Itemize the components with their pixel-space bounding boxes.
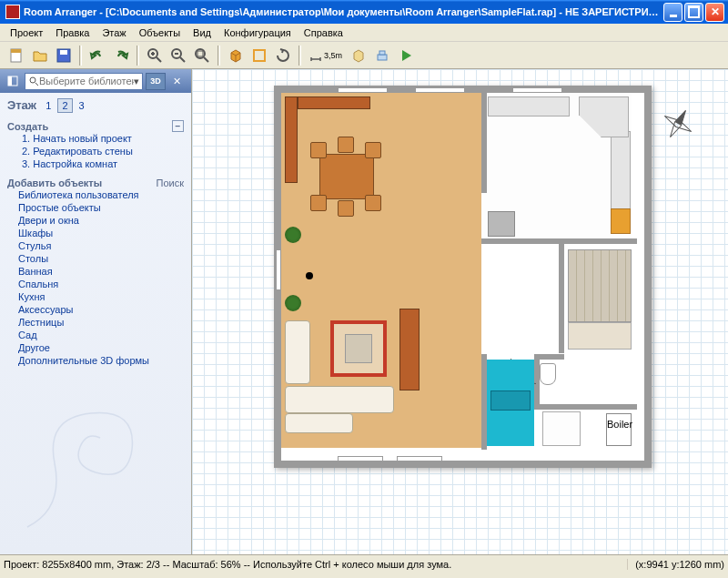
cat-doors-windows[interactable]: Двери и окна	[18, 214, 184, 227]
menu-project[interactable]: Проект	[4, 25, 49, 40]
menu-edit[interactable]: Правка	[49, 25, 96, 40]
measure-button[interactable]: 3,5m	[306, 45, 346, 66]
sofa-left[interactable]	[285, 320, 310, 384]
stairs[interactable]	[568, 249, 632, 322]
collapse-create-button[interactable]: −	[172, 120, 184, 132]
svg-rect-12	[8, 76, 12, 86]
library-input[interactable]	[39, 76, 134, 86]
sidebar-3d-toggle[interactable]: 3D	[146, 73, 166, 90]
cat-accessories[interactable]: Аксессуары	[18, 303, 184, 316]
dropdown-icon: ▾	[134, 76, 139, 87]
shower[interactable]	[542, 411, 581, 446]
cat-bathroom[interactable]: Ванная	[18, 265, 184, 278]
workspace-canvas[interactable]: Boiler	[191, 69, 728, 554]
menu-help[interactable]: Справка	[298, 25, 349, 40]
shelf-left[interactable]	[285, 96, 298, 183]
cat-kitchen[interactable]: Кухня	[18, 290, 184, 303]
walk-button[interactable]	[371, 45, 393, 66]
plant-1[interactable]	[285, 227, 301, 243]
svg-rect-9	[378, 55, 387, 60]
save-icon	[56, 47, 72, 64]
svg-rect-3	[60, 50, 67, 55]
floor-plan[interactable]: Boiler	[274, 86, 652, 468]
cat-garden[interactable]: Сад	[18, 329, 184, 341]
new-button[interactable]	[5, 45, 27, 66]
status-bar: Проект: 8255x8400 mm, Этаж: 2/3 -- Масшт…	[0, 554, 728, 573]
floor-2[interactable]: 2	[57, 98, 72, 113]
sofa-bottom[interactable]	[285, 386, 394, 413]
boiler[interactable]: Boiler	[606, 413, 632, 446]
window-top-1	[338, 87, 388, 93]
coffee-table[interactable]	[345, 334, 372, 363]
cat-3d-shapes[interactable]: Дополнительные 3D формы	[18, 354, 184, 367]
furnish-button[interactable]	[348, 45, 369, 66]
rotate-button[interactable]	[272, 45, 294, 66]
walk-icon	[374, 47, 390, 64]
decorative-swirl	[9, 381, 173, 536]
redo-icon	[113, 47, 129, 64]
maximize-button[interactable]	[684, 3, 703, 22]
chair-4[interactable]	[310, 195, 327, 211]
cat-tables[interactable]: Столы	[18, 252, 184, 265]
floor-1[interactable]: 1	[42, 99, 55, 112]
tv-unit[interactable]	[399, 309, 420, 390]
svg-point-13	[30, 77, 35, 83]
stairs-landing[interactable]	[568, 322, 632, 350]
shelf-top[interactable]	[298, 96, 370, 109]
zoom-in-button[interactable]	[144, 45, 166, 66]
menu-floor[interactable]: Этаж	[96, 25, 132, 40]
close-button[interactable]	[705, 3, 724, 22]
create-room-setup[interactable]: 3. Настройка комнат	[22, 157, 184, 170]
save-button[interactable]	[53, 45, 75, 66]
dining-table[interactable]	[319, 154, 374, 199]
zoom-out-button[interactable]	[167, 45, 189, 66]
floor-3[interactable]: 3	[76, 99, 88, 112]
menu-config[interactable]: Конфигурация	[217, 25, 298, 40]
open-icon	[32, 47, 48, 64]
cat-chairs[interactable]: Стулья	[18, 239, 184, 252]
cat-other[interactable]: Другое	[18, 341, 184, 354]
zoom-fit-button[interactable]	[191, 45, 213, 66]
cat-bedroom[interactable]: Спальня	[18, 278, 184, 290]
walls-icon	[251, 47, 268, 64]
window-title: Room Arranger - [C:\Documents and Settin…	[24, 6, 662, 17]
floor-lamp[interactable]	[306, 272, 313, 279]
kitchen-counter-top[interactable]	[488, 96, 570, 117]
panel-icon	[7, 76, 18, 86]
chair-3[interactable]	[365, 142, 381, 158]
sink[interactable]	[490, 390, 531, 411]
create-edit-walls[interactable]: 2. Редактировать стены	[22, 145, 184, 157]
undo-button[interactable]	[86, 45, 108, 66]
menu-bar: Проект Правка Этаж Объекты Вид Конфигура…	[0, 24, 728, 42]
fridge[interactable]	[488, 211, 515, 237]
menu-objects[interactable]: Объекты	[133, 25, 187, 40]
play-button[interactable]	[395, 45, 417, 66]
view-3d-button[interactable]	[225, 45, 247, 66]
sidebar-close-button[interactable]: ✕	[168, 73, 185, 89]
sofa-foot[interactable]	[285, 413, 353, 433]
plant-2[interactable]	[285, 295, 301, 311]
search-link[interactable]: Поиск	[157, 177, 184, 188]
menu-view[interactable]: Вид	[187, 25, 217, 40]
open-button[interactable]	[29, 45, 51, 66]
kitchen-cabinet[interactable]	[611, 208, 631, 234]
sidebar-collapse-button[interactable]	[4, 72, 22, 90]
app-icon	[5, 5, 20, 19]
wall-3	[559, 244, 564, 353]
cat-user-library[interactable]: Библиотека пользователя	[18, 188, 184, 201]
redo-button[interactable]	[110, 45, 132, 66]
create-new-project[interactable]: 1. Начать новый проект	[22, 132, 184, 145]
library-selector[interactable]: ▾	[25, 73, 143, 90]
cat-stairs[interactable]: Лестницы	[18, 316, 184, 329]
window-bot-2	[397, 456, 442, 461]
toilet[interactable]	[540, 363, 556, 385]
svg-rect-10	[379, 51, 385, 55]
chair-5[interactable]	[338, 200, 354, 217]
chair-6[interactable]	[365, 195, 381, 211]
cat-simple-objects[interactable]: Простые объекты	[18, 201, 184, 214]
cat-closets[interactable]: Шкафы	[18, 227, 184, 239]
chair-1[interactable]	[310, 142, 327, 158]
walls-button[interactable]	[248, 45, 270, 66]
minimize-button[interactable]	[663, 3, 682, 22]
chair-2[interactable]	[338, 137, 354, 153]
